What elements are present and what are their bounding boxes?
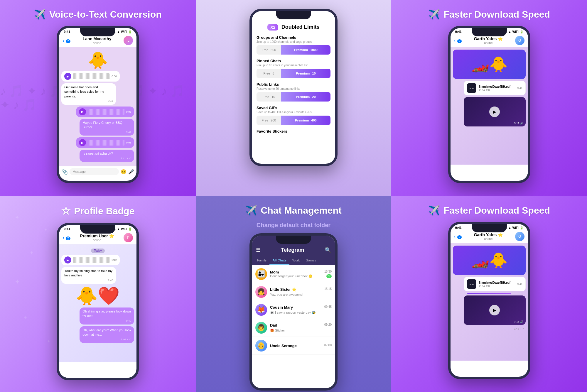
- contact-status: online: [73, 41, 121, 45]
- contact-status-tr: online: [464, 41, 512, 45]
- phone-voice: 9:41 ●●●▲WiFi🔋 ‹ 2 Lane Mccarthy online …: [57, 26, 139, 183]
- contact-info-tr: Garth Yates ⭐ online: [464, 36, 512, 45]
- phone-notch-bc: [276, 236, 311, 244]
- phone-screen-tr: 9:41 ●●●▲WiFi🔋 ‹ 2 Garth Yates ⭐ online …: [451, 28, 528, 181]
- app-title: Telegram: [281, 247, 304, 253]
- phone-notch-br: [472, 224, 507, 232]
- avatar-uncle: 👴: [255, 340, 267, 352]
- video-time-br: 3:11 🔊: [514, 320, 523, 323]
- play-button[interactable]: ▶: [64, 73, 71, 80]
- limit-groups-sub: Join up to 1000 channels and large group…: [257, 40, 330, 43]
- back-button-tr[interactable]: ‹ 2: [454, 38, 462, 44]
- telegram-icon-br: ✈️: [428, 205, 440, 216]
- chat-time-dad: 09:20: [324, 323, 332, 327]
- limit-bar-pinned: Free 5 Premium 10: [257, 69, 330, 78]
- file-name-br: SimulatedDwarfBH.pdf: [479, 281, 510, 284]
- limits-content: X2 Doubled Limits Groups and Channels Jo…: [252, 19, 335, 142]
- contact-name-tr: Garth Yates ⭐: [464, 36, 512, 41]
- file-size-tr: 347.1 MB: [479, 88, 510, 91]
- back-button[interactable]: ‹ 2: [63, 38, 70, 44]
- download-progress: [467, 293, 511, 294]
- messages-area-tr[interactable]: 🏎️🐥 PDF SimulatedDwarfBH.pdf 347.1 MB 9:…: [451, 47, 528, 165]
- contact-info-bl: Premium User ⭐ online: [73, 234, 121, 242]
- avatar-cousin: 🦊: [255, 304, 267, 316]
- phone-screen-limits: X2 Doubled Limits Groups and Channels Jo…: [252, 11, 335, 164]
- play-button-2[interactable]: ▶: [79, 108, 86, 115]
- search-icon[interactable]: 🔍: [325, 247, 331, 253]
- message-input-bar: 📎 Message 🙂 🎤: [59, 166, 136, 177]
- messages-area-voice[interactable]: 🐥 ▶ 0:06 Get some hot ones and something…: [59, 47, 136, 166]
- messages-area-bl[interactable]: Today ▶ 0:12 You're my shining star, to …: [59, 244, 136, 362]
- msg-text-3: Is sweet sriracha ok? 9:41 ✓✓: [80, 150, 134, 162]
- chat-item-mom[interactable]: 👩‍👧 Mom 15:30 Don't forget your lunchbox…: [252, 265, 335, 283]
- chat-item-cousin[interactable]: 🦊 Cousin Mary 09:45 🦝 I saw a racoon yes…: [252, 301, 335, 319]
- chat-top-sister: Little Sister ⭐ 15:15: [270, 287, 332, 292]
- wave-bl: [73, 257, 110, 263]
- sticker-icon[interactable]: 🙂: [121, 169, 126, 175]
- video-play-br[interactable]: ▶: [489, 305, 500, 315]
- limit-bar-gifs: Free 200 Premium 400: [257, 116, 330, 125]
- file-time-tr: 9:41: [517, 87, 522, 89]
- back-button-br[interactable]: ‹ 2: [454, 234, 462, 240]
- duck-racing-sticker-br: 🏎️🐥: [453, 246, 526, 275]
- msg-text-2: Maybe Fiery Cherry or BBQ Burner. 9:41: [80, 119, 134, 136]
- limit-pinned: Pinned Chats Pin up to 10 chats in your …: [257, 59, 330, 78]
- msg-time-br: 9:41 ✓✓: [453, 327, 526, 331]
- msg-bl-2: Oh shining star, please look down for me…: [80, 307, 134, 324]
- limit-links: Public Links Reserve up to 20 t.me/name …: [257, 82, 330, 102]
- video-play-tr[interactable]: ▶: [489, 107, 500, 117]
- phone-badge: 9:41 ●●●▲WiFi🔋 ‹ 2 Premium User ⭐ online…: [57, 223, 139, 380]
- chat-time-sister: 15:15: [324, 287, 332, 292]
- phone-download-top: 9:41 ●●●▲WiFi🔋 ‹ 2 Garth Yates ⭐ online …: [448, 26, 530, 183]
- file-time-br: 9:41: [517, 283, 522, 285]
- contact-name: Lane Mccarthy: [73, 36, 121, 41]
- feature-title-chat-mgmt: ✈️ Chat Management: [245, 205, 342, 216]
- premium-side-links: Premium 20: [281, 92, 330, 102]
- file-info-br: SimulatedDwarfBH.pdf 347.1 MB: [479, 281, 510, 287]
- waveform-2: [88, 109, 124, 115]
- message-input[interactable]: Message: [70, 168, 119, 175]
- phone-download-bottom: 9:41 ●●●▲WiFi🔋 ‹ 2 Garth Yates ⭐ online …: [448, 222, 530, 379]
- play-btn-bl[interactable]: ▶: [64, 256, 71, 263]
- cell-voice-to-text: ♪ 🎵 ✦ ♪ 🎵 ✦ ♪ 🎵 ✦ ♪ 🎵 ✦ ♪ 🎵 ✦ ♪ 🎵 ✈️ Voi…: [0, 0, 196, 196]
- voice-msg-3: ▶ 0:03: [76, 137, 134, 148]
- contact-avatar: L: [124, 36, 133, 45]
- star-icon-badge: ☆: [61, 205, 70, 217]
- msg-bl-3: Oh, what are you? When you look down at …: [80, 326, 134, 343]
- folder-games[interactable]: Games: [303, 256, 319, 265]
- premium-side-pinned: Premium 10: [281, 69, 330, 78]
- duck-sticker: 🐥: [61, 51, 134, 70]
- phone-notch-bl: [80, 225, 115, 234]
- menu-icon[interactable]: ☰: [256, 247, 261, 253]
- back-button-bl[interactable]: ‹ 2: [63, 235, 70, 241]
- chat-top-dad: Dad 09:20: [270, 323, 332, 327]
- contact-avatar-br: G: [515, 232, 524, 241]
- waveform-3: [88, 140, 124, 146]
- phone-notch-limits: [276, 11, 311, 19]
- folder-all-chats[interactable]: All Chats: [269, 256, 289, 265]
- phone-chat-mgmt: ☰ Telegram 🔍 Family All Chats Work Games…: [249, 233, 338, 391]
- chat-item-sister[interactable]: 👧 Little Sister ⭐ 15:15 Yay, you are awe…: [252, 283, 335, 301]
- attach-icon[interactable]: 📎: [61, 168, 68, 175]
- premium-side-gifs: Premium 400: [281, 116, 330, 125]
- limit-gifs-title: Saved GIFs: [257, 106, 330, 110]
- chat-name-uncle: Uncle Scrooge: [270, 344, 297, 348]
- cell-profile-badge: ✦ ✦ ✦ ✦ ✦ ✦ ✦ ✦ ✦ ✦ ✦ ☆ Profile Badge 9:…: [0, 196, 196, 392]
- chat-item-uncle[interactable]: 👴 Uncle Scrooge 07:00: [252, 337, 335, 355]
- play-button-3[interactable]: ▶: [79, 139, 86, 146]
- folder-family[interactable]: Family: [254, 256, 269, 265]
- messages-area-br[interactable]: 🏎️🐥 PDF SimulatedDwarfBH.pdf 347.1 MB 9:…: [451, 243, 528, 361]
- phone-screen-voice: 9:41 ●●●▲WiFi🔋 ‹ 2 Lane Mccarthy online …: [59, 28, 136, 181]
- contact-info-br: Garth Yates ⭐ online: [464, 232, 512, 241]
- voice-icon[interactable]: 🎤: [128, 169, 134, 175]
- msg-bl-1: You're my shining star, to take my love …: [61, 267, 116, 284]
- chat-content-mom: Mom 15:30 Don't forget your lunchbox 🙂 1: [270, 270, 332, 278]
- chat-time-mom: 15:30: [324, 270, 332, 274]
- chat-bottom-mom: Don't forget your lunchbox 🙂 1: [270, 274, 332, 278]
- today-label: Today: [91, 249, 105, 253]
- folder-work[interactable]: Work: [289, 256, 303, 265]
- chat-time-uncle: 07:00: [324, 344, 332, 348]
- video-bubble-tr: ▶ 3:11 🔊: [464, 97, 526, 126]
- chat-item-dad[interactable]: 👨 Dad 09:20 🎁 Sticker: [252, 319, 335, 337]
- chat-content-sister: Little Sister ⭐ 15:15 Yay, you are aweso…: [270, 287, 332, 297]
